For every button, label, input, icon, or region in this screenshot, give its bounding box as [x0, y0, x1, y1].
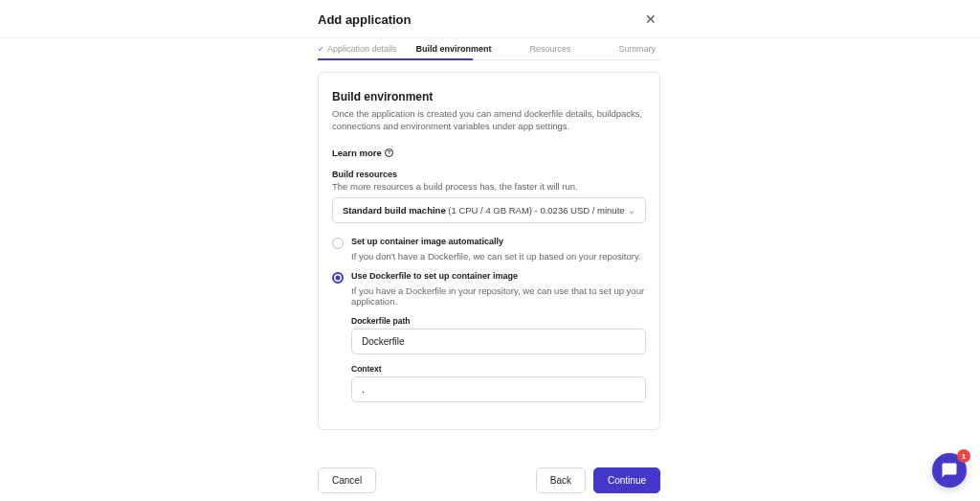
- add-application-modal: Add application ✕ ✓ Application details …: [318, 0, 660, 430]
- wizard-stepper: ✓ Application details Build environment …: [318, 38, 660, 60]
- option-auto[interactable]: Set up container image automatically: [332, 237, 646, 249]
- modal-title: Add application: [318, 12, 412, 27]
- step-application-details[interactable]: ✓ Application details: [318, 38, 416, 59]
- option-dockerfile-label: Use Dockerfile to set up container image: [351, 271, 518, 284]
- build-machine-value: Standard build machine (1 CPU / 4 GB RAM…: [343, 205, 625, 216]
- close-icon[interactable]: ✕: [641, 8, 660, 31]
- option-auto-desc: If you don't have a Dockerfile, we can s…: [351, 251, 646, 262]
- option-dockerfile-desc: If you have a Dockerfile in your reposit…: [351, 285, 646, 307]
- step-label: Application details: [327, 44, 397, 54]
- learn-more-label: Learn more: [332, 148, 382, 158]
- modal-header: Add application ✕: [318, 0, 660, 38]
- build-environment-card: Build environment Once the application i…: [318, 72, 660, 430]
- build-resources-heading: Build resources: [332, 170, 646, 179]
- context-input[interactable]: [351, 376, 646, 402]
- back-button[interactable]: Back: [536, 467, 586, 493]
- step-resources[interactable]: Resources: [530, 38, 619, 59]
- step-label: Summary: [619, 44, 657, 54]
- cancel-button[interactable]: Cancel: [318, 467, 376, 493]
- context-label: Context: [351, 364, 646, 374]
- step-label: Build environment: [416, 44, 492, 54]
- dockerfile-path-input[interactable]: [351, 329, 646, 354]
- step-summary[interactable]: Summary: [619, 38, 657, 59]
- step-label: Resources: [530, 44, 571, 54]
- chevron-down-icon: ⌄: [628, 205, 635, 216]
- footer-actions: Cancel Back Continue: [318, 458, 660, 501]
- check-icon: ✓: [318, 45, 324, 54]
- build-resources-desc: The more resources a build process has, …: [332, 181, 646, 192]
- footer-right: Back Continue: [536, 467, 660, 493]
- option-auto-label: Set up container image automatically: [351, 237, 503, 249]
- radio-icon: [332, 238, 344, 249]
- dockerfile-path-label: Dockerfile path: [351, 316, 646, 326]
- chat-icon: [941, 462, 958, 479]
- chat-widget[interactable]: 1: [932, 453, 967, 488]
- help-icon: ?: [385, 148, 393, 157]
- section-title: Build environment: [332, 90, 646, 103]
- section-desc: Once the application is created you can …: [332, 107, 646, 133]
- option-dockerfile[interactable]: Use Dockerfile to set up container image: [332, 271, 646, 284]
- step-build-environment[interactable]: Build environment: [416, 38, 530, 59]
- continue-button[interactable]: Continue: [593, 467, 660, 493]
- learn-more-link[interactable]: Learn more ?: [332, 148, 393, 158]
- radio-icon: [332, 272, 344, 284]
- notification-badge: 1: [957, 449, 970, 463]
- build-machine-select[interactable]: Standard build machine (1 CPU / 4 GB RAM…: [332, 197, 646, 223]
